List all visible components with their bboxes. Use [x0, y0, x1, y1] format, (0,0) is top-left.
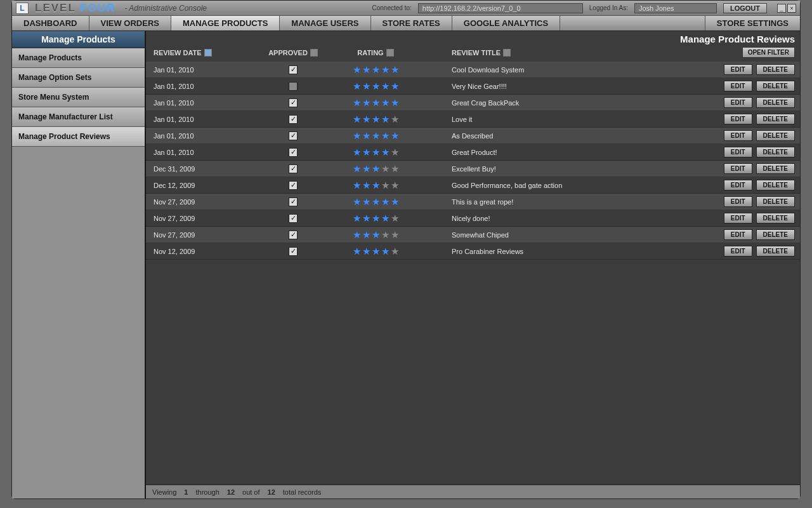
cell-rating: ★★★★★ [325, 65, 426, 74]
approved-checkbox[interactable]: ✓ [289, 164, 298, 173]
star-icon: ★ [391, 81, 399, 91]
status-through: through [195, 488, 219, 496]
sidebar-item-product-reviews[interactable]: Manage Product Reviews [12, 127, 145, 147]
approved-checkbox[interactable]: ✓ [289, 197, 298, 206]
delete-button[interactable]: DELETE [756, 97, 795, 108]
star-icon: ★ [353, 65, 361, 74]
edit-button[interactable]: EDIT [724, 130, 752, 141]
tab-store-rates[interactable]: STORE RATES [371, 16, 452, 30]
sort-icon[interactable] [310, 49, 318, 57]
sort-icon[interactable] [386, 49, 394, 57]
edit-button[interactable]: EDIT [724, 97, 752, 108]
tab-google-analytics[interactable]: GOOGLE ANALYTICS [452, 16, 560, 30]
brand-four: FOUR [80, 2, 115, 14]
delete-button[interactable]: DELETE [756, 64, 795, 75]
open-filter-button[interactable]: OPEN FILTER [742, 47, 795, 58]
edit-button[interactable]: EDIT [724, 229, 752, 240]
delete-button[interactable]: DELETE [756, 213, 795, 224]
delete-button[interactable]: DELETE [756, 114, 795, 124]
cell-review-title: Nicely done! [426, 215, 690, 222]
sidebar-item-option-sets[interactable]: Manage Option Sets [12, 68, 145, 88]
cell-rating: ★★★★★ [325, 114, 426, 124]
star-icon: ★ [362, 65, 370, 74]
edit-button[interactable]: EDIT [724, 81, 752, 91]
col-rating[interactable]: RATING [325, 49, 426, 57]
tab-view-orders[interactable]: VIEW ORDERS [89, 16, 171, 30]
delete-button[interactable]: DELETE [756, 147, 795, 157]
tab-dashboard[interactable]: DASHBOARD [12, 16, 89, 30]
cell-review-date: Jan 01, 2010 [154, 66, 261, 74]
approved-checkbox[interactable]: ✓ [289, 115, 298, 124]
approved-checkbox[interactable]: ✓ [289, 231, 298, 239]
star-icon: ★ [353, 197, 361, 206]
table-row: Jan 01, 2010✓★★★★★Great Crag BackPackEDI… [146, 95, 800, 111]
cell-actions: EDITDELETE [690, 97, 795, 108]
edit-button[interactable]: EDIT [724, 147, 752, 157]
star-icon: ★ [353, 230, 361, 239]
star-icon: ★ [362, 147, 370, 157]
sidebar-item-products[interactable]: Manage Products [12, 48, 145, 68]
star-icon: ★ [381, 131, 390, 140]
cell-approved: ✓ [261, 65, 325, 74]
edit-button[interactable]: EDIT [724, 163, 752, 174]
approved-checkbox[interactable]: ✓ [289, 82, 298, 91]
tab-store-settings[interactable]: STORE SETTINGS [705, 16, 800, 30]
minimize-icon[interactable]: _ [777, 4, 786, 13]
table-row: Jan 01, 2010✓★★★★★Cool Download SystemED… [146, 62, 800, 78]
approved-checkbox[interactable]: ✓ [289, 214, 298, 223]
tab-manage-users[interactable]: MANAGE USERS [280, 16, 370, 30]
edit-button[interactable]: EDIT [724, 196, 752, 207]
cell-rating: ★★★★★ [325, 81, 426, 91]
sidebar-item-manufacturer-list[interactable]: Manage Manufacturer List [12, 107, 145, 127]
status-outof: out of [242, 488, 260, 496]
delete-button[interactable]: DELETE [756, 229, 795, 240]
approved-checkbox[interactable]: ✓ [289, 65, 298, 74]
approved-checkbox[interactable]: ✓ [289, 98, 298, 107]
edit-button[interactable]: EDIT [724, 64, 752, 75]
approved-checkbox[interactable]: ✓ [289, 247, 298, 256]
cell-review-title: Very Nice Gear!!!! [426, 83, 690, 90]
delete-button[interactable]: DELETE [756, 180, 795, 190]
col-review-date[interactable]: REVIEW DATE [154, 49, 261, 57]
cell-rating: ★★★★★ [325, 131, 426, 140]
logout-button[interactable]: LOGOUT [723, 3, 767, 13]
delete-button[interactable]: DELETE [756, 130, 795, 141]
star-icon: ★ [362, 180, 370, 190]
cell-rating: ★★★★★ [325, 246, 426, 256]
sidebar-item-menu-system[interactable]: Store Menu System [12, 88, 145, 107]
logged-in-user-field: Josh Jones [634, 3, 717, 13]
star-icon: ★ [362, 98, 370, 107]
approved-checkbox[interactable]: ✓ [289, 181, 298, 190]
col-approved[interactable]: APPROVED [261, 49, 325, 57]
sort-icon[interactable] [503, 49, 511, 57]
delete-button[interactable]: DELETE [756, 163, 795, 174]
sort-icon[interactable] [204, 49, 212, 57]
edit-button[interactable]: EDIT [724, 213, 752, 224]
col-review-title-label: REVIEW TITLE [452, 49, 501, 57]
cell-review-title: This is a great rope! [426, 198, 690, 206]
table-row: Dec 12, 2009✓★★★★★Good Performance, bad … [146, 177, 800, 194]
cell-review-title: Excellent Buy! [426, 165, 690, 173]
edit-button[interactable]: EDIT [724, 246, 752, 257]
delete-button[interactable]: DELETE [756, 246, 795, 257]
edit-button[interactable]: EDIT [724, 114, 752, 124]
table-row: Jan 01, 2010✓★★★★★Great Product!EDITDELE… [146, 144, 800, 161]
tab-manage-products[interactable]: MANAGE PRODUCTS [171, 16, 280, 30]
close-icon[interactable]: × [787, 4, 796, 13]
cell-review-date: Jan 01, 2010 [154, 116, 261, 123]
cell-actions: EDITDELETE [690, 130, 795, 141]
approved-checkbox[interactable]: ✓ [289, 148, 298, 157]
cell-approved: ✓ [261, 231, 325, 239]
edit-button[interactable]: EDIT [724, 180, 752, 190]
star-icon: ★ [372, 65, 380, 74]
delete-button[interactable]: DELETE [756, 196, 795, 207]
approved-checkbox[interactable]: ✓ [289, 131, 298, 140]
connected-url-field[interactable]: http://192.168.2.2/version7_0_0 [418, 3, 583, 13]
delete-button[interactable]: DELETE [756, 81, 795, 91]
col-review-title[interactable]: REVIEW TITLE [426, 49, 690, 57]
cell-rating: ★★★★★ [325, 230, 426, 239]
brand-level: LEVEL [35, 2, 75, 14]
cell-review-date: Jan 01, 2010 [154, 149, 261, 156]
star-icon: ★ [353, 180, 361, 190]
star-icon: ★ [372, 197, 380, 206]
